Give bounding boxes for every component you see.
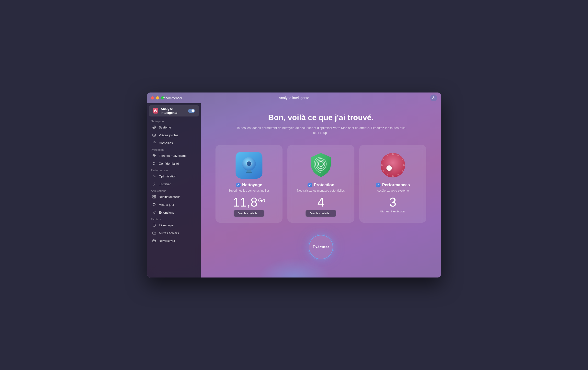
sidebar-item-extensions-label: Extensions [159, 211, 174, 214]
telescope-icon [152, 223, 156, 227]
fichiers-malveillants-icon [152, 153, 156, 158]
nettoyage-label: Nettoyage [242, 183, 262, 187]
sidebar-item-pieces-jointes[interactable]: Pièces jointes [148, 131, 200, 139]
svg-point-33 [383, 159, 384, 160]
back-button[interactable]: ‹ Recommencer [159, 96, 182, 100]
svg-point-19 [247, 161, 251, 166]
mise-a-jour-icon [152, 202, 156, 207]
sidebar-item-extensions[interactable]: Extensions [148, 208, 200, 216]
sidebar-item-fichiers-malveillants[interactable]: Fichiers malveillants [148, 152, 200, 160]
svg-point-32 [381, 164, 383, 166]
protection-desc: Neutralisez les menaces potentielles [297, 189, 345, 192]
sidebar-item-entretien-label: Entretien [159, 182, 171, 186]
minimize-button[interactable] [156, 96, 159, 100]
destructeur-icon [152, 239, 156, 243]
titlebar: ‹ Recommencer Analyse intelligente [147, 92, 441, 103]
nettoyage-check-icon: ✓ [236, 183, 241, 187]
protection-label: Protection [314, 183, 334, 187]
back-label: Recommencer [161, 96, 182, 100]
card-nettoyage: ✓ Nettoyage Supprimez les contenus inuti… [215, 145, 283, 223]
protection-card-name: ✓ Protection [307, 183, 334, 187]
performances-desc: Accélérez votre système [377, 189, 409, 192]
performances-card-name: ✓ Performances [376, 183, 410, 187]
nettoyage-icon [236, 152, 262, 179]
content-subtitle: Toutes les tâches permettant de nettoyer… [235, 126, 407, 135]
svg-point-26 [403, 164, 405, 166]
app-window: ‹ Recommencer Analyse intelligente [147, 92, 441, 278]
titlebar-title: Analyse intelligente [279, 96, 309, 100]
sidebar-item-confidentialite[interactable]: Confidentialité [148, 160, 200, 167]
execute-button[interactable]: Exécuter [309, 235, 333, 259]
extensions-icon [152, 210, 156, 215]
pieces-jointes-icon [152, 133, 156, 137]
svg-point-29 [392, 175, 394, 177]
svg-point-30 [387, 174, 388, 175]
titlebar-center: ‹ Recommencer Analyse intelligente [151, 96, 437, 100]
optimisation-icon [152, 174, 156, 178]
user-icon[interactable] [430, 94, 437, 101]
execute-button-label: Exécuter [313, 245, 329, 249]
sidebar-item-desinstallateur[interactable]: Désinstallateur [148, 193, 200, 201]
nettoyage-details-button[interactable]: Voir les détails... [234, 210, 264, 217]
sidebar-active-item[interactable]: Analyse intelligente [149, 105, 199, 116]
sidebar-item-telescope[interactable]: Télescope [148, 221, 200, 229]
main-layout: Analyse intelligente Nettoyage Système [147, 103, 441, 278]
autres-fichiers-icon [152, 231, 156, 235]
sidebar-item-entretien[interactable]: Entretien [148, 180, 200, 188]
sidebar: Analyse intelligente Nettoyage Système [147, 103, 201, 278]
svg-rect-8 [153, 195, 154, 197]
section-label-performances: Performances [147, 167, 201, 172]
back-arrow-icon: ‹ [159, 96, 160, 100]
performances-tasks: tâches à exécuter [380, 209, 406, 213]
corbeilles-icon [152, 141, 156, 145]
svg-point-34 [387, 155, 388, 156]
nettoyage-icon-area [236, 152, 262, 179]
sidebar-item-mise-a-jour[interactable]: Mise à jour [148, 201, 200, 208]
protection-check-icon: ✓ [307, 183, 312, 187]
section-label-nettoyage: Nettoyage [147, 118, 201, 123]
sidebar-item-destructeur[interactable]: Destructeur [148, 237, 200, 245]
sidebar-item-optimisation[interactable]: Optimisation [148, 172, 200, 180]
sidebar-item-autres-fichiers-label: Autres fichiers [159, 231, 179, 235]
sidebar-item-desinstallateur-label: Désinstallateur [159, 195, 180, 199]
protection-details-button[interactable]: Voir les détails... [305, 210, 336, 217]
entretien-icon [152, 182, 156, 186]
svg-rect-9 [154, 195, 156, 197]
svg-point-4 [154, 127, 155, 128]
card-performances: ✓ Performances Accélérez votre système 3… [359, 145, 426, 223]
performances-label: Performances [382, 183, 410, 187]
performances-check-icon: ✓ [376, 183, 381, 187]
sidebar-item-pieces-jointes-label: Pièces jointes [159, 133, 178, 137]
sidebar-toggle[interactable] [188, 109, 195, 113]
bottom-glow [257, 258, 331, 278]
svg-point-23 [392, 153, 394, 155]
nettoyage-desc: Supprimez les contenus inutiles [228, 189, 270, 192]
sidebar-item-systeme[interactable]: Système [148, 123, 200, 131]
systeme-icon [152, 125, 156, 129]
sidebar-item-systeme-label: Système [159, 126, 171, 129]
sidebar-item-autres-fichiers[interactable]: Autres fichiers [148, 229, 200, 237]
svg-rect-11 [154, 197, 156, 198]
confidentialite-icon [152, 161, 156, 166]
section-label-fichiers: Fichiers [147, 216, 201, 221]
svg-point-2 [155, 110, 156, 111]
svg-point-7 [154, 176, 155, 177]
svg-point-28 [397, 174, 399, 175]
svg-point-25 [402, 159, 403, 160]
content-area: Bon, voilà ce que j'ai trouvé. Toutes le… [201, 103, 441, 278]
protection-value: 4 [317, 196, 325, 208]
sidebar-item-mise-a-jour-label: Mise à jour [159, 203, 174, 207]
close-button[interactable] [151, 96, 154, 100]
protection-icon [307, 152, 334, 179]
card-protection: ✓ Protection Neutralisez les menaces pot… [287, 145, 354, 223]
sidebar-item-fichiers-malveillants-label: Fichiers malveillants [159, 154, 187, 158]
nettoyage-value: 11,8Go [233, 196, 265, 208]
execute-button-wrapper: Exécuter [309, 235, 333, 259]
svg-point-0 [433, 96, 434, 98]
svg-rect-14 [153, 240, 156, 242]
performances-icon [379, 152, 406, 179]
svg-rect-5 [153, 134, 156, 136]
sidebar-item-corbeilles[interactable]: Corbeilles [148, 139, 200, 147]
sidebar-item-corbeilles-label: Corbeilles [159, 141, 173, 145]
sidebar-item-optimisation-label: Optimisation [159, 174, 176, 178]
